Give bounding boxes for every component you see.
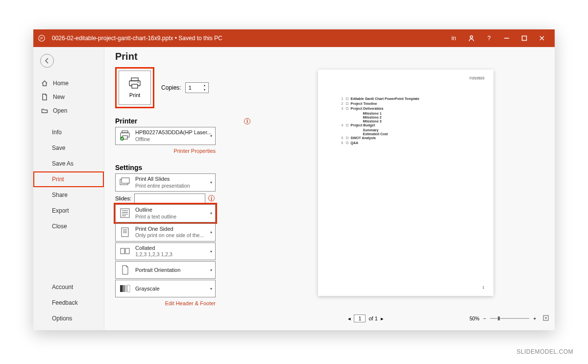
app-window: P 0026-02-editable-project-gantt-chart-1… <box>33 29 555 330</box>
svg-rect-4 <box>522 36 527 41</box>
svg-rect-22 <box>122 228 128 237</box>
user-info[interactable]: in <box>445 29 463 47</box>
print-sides-dropdown[interactable]: Print One Sided Only print on one side o… <box>115 223 216 242</box>
outline-item: 1Editable Gantt Chart PowerPoint Templat… <box>340 97 485 100</box>
outline-item: 2Project Timeline <box>340 102 485 105</box>
sidebar-item-save-as[interactable]: Save As <box>33 156 104 171</box>
sidebar-item-save[interactable]: Save <box>33 140 104 156</box>
slides-icon <box>119 176 131 189</box>
print-button[interactable]: Print <box>119 71 151 105</box>
powerpoint-icon: P <box>37 34 46 43</box>
chevron-down-icon: ▾ <box>210 134 212 138</box>
sidebar-item-close[interactable]: Close <box>33 218 104 234</box>
sidebar-item-options[interactable]: Options <box>33 311 104 326</box>
collated-icon <box>119 245 131 258</box>
page-count: of 1 <box>368 315 377 321</box>
edit-header-footer-link[interactable]: Edit Header & Footer <box>165 300 216 306</box>
sidebar-item-account[interactable]: Account <box>33 279 104 295</box>
prev-page-button[interactable]: ◂ <box>348 315 351 322</box>
chevron-down-icon: ▾ <box>210 230 212 235</box>
back-button[interactable] <box>40 54 54 68</box>
grayscale-icon <box>119 282 131 295</box>
info-icon[interactable]: i <box>244 118 250 124</box>
minimize-button[interactable] <box>498 29 515 47</box>
account-icon[interactable] <box>463 29 480 47</box>
copies-label: Copies: <box>161 84 181 91</box>
collate-dropdown[interactable]: Collated 1,2,3 1,2,3 1,2,3 ▾ <box>115 243 216 261</box>
chevron-down-icon: ▾ <box>210 211 212 216</box>
preview-page: 7/23/2023 1 1Editable Gantt Chart PowerP… <box>318 70 493 296</box>
outline-icon <box>119 207 131 219</box>
print-layout-dropdown[interactable]: Outline Print a text outline ▾ <box>115 204 216 222</box>
chevron-down-icon: ▾ <box>210 180 212 185</box>
sidebar-item-info[interactable]: Info <box>33 124 104 140</box>
outline-subitem: Milestone 3 <box>363 120 485 123</box>
sidebar-label: Open <box>53 107 67 114</box>
outline-subitem: Estimated Cost <box>363 132 485 136</box>
printer-dropdown[interactable]: HPB0227A53DDDA(HP Laser... Offline ▾ <box>115 127 216 145</box>
zoom-out-button[interactable]: − <box>483 316 486 321</box>
sidebar-item-share[interactable]: Share <box>33 187 104 203</box>
printer-icon <box>128 77 142 89</box>
svg-rect-26 <box>121 248 124 254</box>
chevron-down-icon: ▾ <box>210 249 212 253</box>
info-icon[interactable]: i <box>208 195 215 201</box>
svg-text:P: P <box>40 36 43 41</box>
print-settings-panel: Print Print Copies: <box>104 47 256 330</box>
outline-item: 3Project Deliverables <box>340 107 485 110</box>
svg-rect-30 <box>125 285 127 292</box>
page-input[interactable] <box>354 315 366 322</box>
close-button[interactable] <box>533 29 551 47</box>
settings-heading: Settings <box>115 164 142 171</box>
svg-point-10 <box>138 82 139 83</box>
page-title: Print <box>115 51 250 62</box>
titlebar: P 0026-02-editable-project-gantt-chart-1… <box>33 29 555 47</box>
print-button-label: Print <box>129 92 141 98</box>
copies-down[interactable]: ▾ <box>202 88 207 92</box>
help-button[interactable]: ? <box>480 29 498 47</box>
zoom-slider[interactable] <box>490 318 529 319</box>
sidebar-item-print[interactable]: Print <box>33 171 104 187</box>
print-range-dropdown[interactable]: Print All Slides Print entire presentati… <box>115 173 216 192</box>
preview-date: 7/23/2023 <box>469 76 484 80</box>
sidebar-item-export[interactable]: Export <box>33 203 104 218</box>
sidebar-item-new[interactable]: New <box>33 90 104 104</box>
copies-input[interactable]: 1 ▴ ▾ <box>185 82 209 93</box>
zoom-level: 50% <box>469 316 479 321</box>
color-dropdown[interactable]: Grayscale ▾ <box>115 280 216 297</box>
fit-to-window-button[interactable] <box>543 315 549 322</box>
document-title: 0026-02-editable-project-gantt-chart-16x… <box>52 35 222 42</box>
orientation-dropdown[interactable]: Portrait Orientation ▾ <box>115 261 216 279</box>
zoom-in-button[interactable]: + <box>533 316 536 321</box>
svg-rect-27 <box>125 248 129 254</box>
sidebar-item-open[interactable]: Open <box>33 104 104 118</box>
maximize-button[interactable] <box>515 29 533 47</box>
outline-item: 5SWOT Analysis <box>340 136 485 140</box>
outline-item: 4Project Budget <box>340 123 485 127</box>
sidebar-item-feedback[interactable]: Feedback <box>33 295 104 311</box>
svg-point-2 <box>470 36 473 38</box>
slides-input[interactable] <box>134 194 205 203</box>
watermark: SLIDEMODEL.COM <box>516 348 573 355</box>
one-sided-icon <box>119 226 131 239</box>
copies-up[interactable]: ▴ <box>202 83 207 88</box>
svg-rect-12 <box>122 131 128 133</box>
portrait-icon <box>119 264 131 276</box>
outline-subitem: Milestone 1 <box>363 112 485 115</box>
preview-page-number: 1 <box>483 286 485 289</box>
svg-rect-9 <box>132 84 138 88</box>
next-page-button[interactable]: ▸ <box>381 315 384 322</box>
svg-rect-29 <box>122 285 125 292</box>
outline-item: 6Q&A <box>340 141 485 145</box>
sidebar-label: New <box>53 94 65 100</box>
svg-rect-17 <box>121 209 129 218</box>
svg-rect-16 <box>122 178 129 183</box>
chevron-down-icon: ▾ <box>210 268 212 272</box>
printer-properties-link[interactable]: Printer Properties <box>173 148 216 154</box>
printer-status-icon <box>119 129 131 142</box>
sidebar-label: Home <box>53 80 69 87</box>
slides-label: Slides: <box>115 195 131 201</box>
svg-rect-28 <box>120 285 122 292</box>
svg-rect-31 <box>127 285 130 292</box>
sidebar-item-home[interactable]: Home <box>33 76 104 90</box>
